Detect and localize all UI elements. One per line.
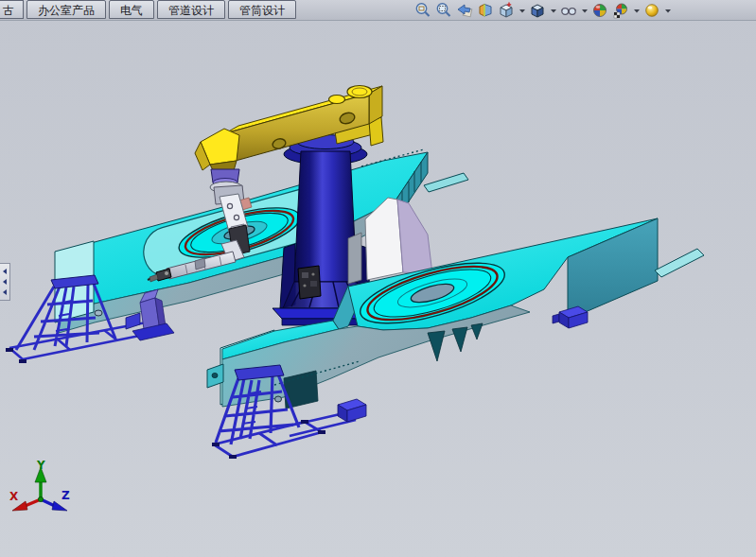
triple-left-arrow-icon	[1, 266, 9, 298]
view-orientation-dropdown[interactable]	[518, 1, 526, 20]
section-view-icon	[476, 1, 495, 20]
edit-appearance-icon	[590, 1, 609, 20]
command-bar: 古 办公室产品 电气 管道设计 管筒设计	[0, 0, 756, 21]
hide-show-items-dropdown[interactable]	[580, 1, 589, 20]
hide-show-items-button[interactable]	[559, 1, 578, 20]
view-settings-dropdown[interactable]	[663, 1, 672, 20]
triad-x-label: X	[9, 490, 19, 503]
zoom-to-fit-button[interactable]	[413, 1, 432, 20]
hide-show-items-icon	[559, 1, 578, 20]
zoom-to-fit-icon	[413, 1, 432, 20]
apply-scene-button[interactable]	[611, 1, 630, 20]
view-settings-button[interactable]	[642, 1, 661, 20]
panel-expander-button[interactable]	[0, 263, 10, 301]
tab-piping-design[interactable]: 管道设计	[157, 0, 225, 19]
column-junction-box[interactable]	[298, 266, 321, 299]
previous-view-icon	[455, 1, 474, 20]
display-style-button[interactable]	[528, 1, 547, 20]
dropdown-arrow-icon	[519, 1, 526, 20]
view-settings-icon	[642, 1, 661, 20]
section-view-button[interactable]	[476, 1, 495, 20]
triad-z-label: Z	[62, 489, 70, 502]
commandmanager-tabs: 古 办公室产品 电气 管道设计 管筒设计	[0, 0, 296, 19]
view-orientation-button[interactable]	[497, 1, 516, 20]
display-style-icon	[528, 1, 547, 20]
view-orientation-icon	[497, 1, 516, 20]
apply-scene-dropdown[interactable]	[632, 1, 641, 20]
dropdown-arrow-icon	[633, 1, 641, 20]
tab-office-products[interactable]: 办公室产品	[26, 0, 106, 19]
dropdown-arrow-icon	[581, 1, 589, 20]
tab-electrical[interactable]: 电气	[109, 0, 154, 19]
heads-up-view-toolbar	[413, 0, 672, 20]
apply-scene-icon	[611, 1, 630, 20]
tab-tubing-design[interactable]: 管筒设计	[228, 0, 296, 19]
previous-view-button[interactable]	[455, 1, 474, 20]
triad-y-label: Y	[36, 459, 45, 472]
dropdown-arrow-icon	[664, 1, 672, 20]
3d-viewport[interactable]: Y X Z	[0, 0, 756, 557]
zoom-to-area-button[interactable]	[434, 1, 453, 20]
tab-partial[interactable]: 古	[0, 0, 24, 19]
display-style-dropdown[interactable]	[549, 1, 557, 20]
zoom-to-area-icon	[434, 1, 453, 20]
edit-appearance-button[interactable]	[590, 1, 609, 20]
dropdown-arrow-icon	[550, 1, 557, 20]
